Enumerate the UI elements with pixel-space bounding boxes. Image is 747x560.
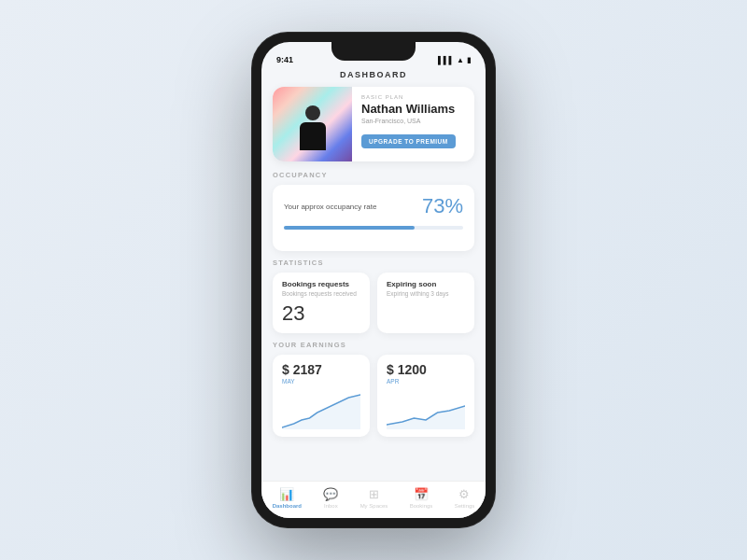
earnings-amount-2: $ 1200 <box>387 362 465 377</box>
occupancy-row: Your approx occupancy rate 73% <box>284 194 463 218</box>
status-time: 9:41 <box>276 55 293 64</box>
expiring-label-sub: Expiring withing 3 days <box>387 290 465 298</box>
my-spaces-icon: ⊞ <box>369 487 379 501</box>
nav-item-bookings[interactable]: 📅 Bookings <box>410 487 433 509</box>
profile-person-silhouette <box>295 105 331 161</box>
earnings-period-2: APR <box>387 378 465 385</box>
occupancy-section: OCCUPANCY Your approx occupancy rate 73% <box>273 171 474 251</box>
bookings-stat-card: Bookings requests Bookings requests rece… <box>273 273 370 333</box>
earnings-section: YOUR EARNINGS $ 2187 MAY $ 1200 <box>273 341 474 437</box>
nav-label-inbox: Inbox <box>324 503 338 509</box>
earnings-chart-2 <box>387 392 465 429</box>
statistics-section-title: STATISTICS <box>273 259 474 267</box>
earnings-row: $ 2187 MAY $ 1200 APR <box>273 355 474 437</box>
dashboard-title: DASHBOARD <box>340 70 407 79</box>
nav-label-my-spaces: My Spaces <box>360 503 388 509</box>
earnings-section-title: YOUR EARNINGS <box>273 341 474 349</box>
nav-item-my-spaces[interactable]: ⊞ My Spaces <box>360 487 388 509</box>
progress-bar-fill <box>284 226 415 230</box>
bookings-label-main: Bookings requests <box>282 280 360 288</box>
screen-content: DASHBOARD BASIC PLAN Nathan Williams San… <box>261 66 486 481</box>
nav-label-bookings: Bookings <box>410 503 433 509</box>
plan-badge: BASIC PLAN <box>361 94 465 100</box>
inbox-icon: 💬 <box>323 487 338 501</box>
dashboard-icon: 📊 <box>279 487 294 501</box>
profile-location: San-Francisco, USA <box>361 118 465 124</box>
nav-item-settings[interactable]: ⚙ Settings <box>455 487 475 509</box>
bookings-value: 23 <box>282 301 360 326</box>
occupancy-percentage: 73% <box>422 194 463 218</box>
profile-image <box>273 87 352 161</box>
battery-icon: ▮ <box>467 56 471 64</box>
profile-image-bg <box>273 87 352 161</box>
phone-notch <box>331 42 416 61</box>
status-icons: ▌▌▌ ▲ ▮ <box>438 56 471 64</box>
profile-name: Nathan Williams <box>361 102 465 117</box>
bookings-icon: 📅 <box>414 487 429 501</box>
occupancy-section-title: OCCUPANCY <box>273 171 474 179</box>
earnings-card-2: $ 1200 APR <box>377 355 474 437</box>
stats-row: Bookings requests Bookings requests rece… <box>273 273 474 333</box>
upgrade-button[interactable]: UPGRADE TO PREMIUM <box>361 134 456 148</box>
statistics-section: STATISTICS Bookings requests Bookings re… <box>273 259 474 333</box>
earnings-chart-1 <box>282 392 360 429</box>
signal-icon: ▌▌▌ <box>438 56 454 64</box>
occupancy-label: Your approx occupancy rate <box>284 203 376 211</box>
person-body <box>300 122 326 150</box>
earnings-chart-svg-1 <box>282 392 360 429</box>
occupancy-card: Your approx occupancy rate 73% <box>273 185 474 251</box>
dashboard-header: DASHBOARD <box>261 66 486 87</box>
expiring-stat-card: Expiring soon Expiring withing 3 days <box>377 273 474 333</box>
earnings-amount-1: $ 2187 <box>282 362 360 377</box>
phone-screen: 9:41 ▌▌▌ ▲ ▮ DASHBOARD <box>261 42 486 518</box>
phone-shell: 9:41 ▌▌▌ ▲ ▮ DASHBOARD <box>252 33 495 527</box>
progress-bar <box>284 226 463 230</box>
nav-label-dashboard: Dashboard <box>273 503 302 509</box>
nav-label-settings: Settings <box>455 503 475 509</box>
nav-item-inbox[interactable]: 💬 Inbox <box>323 487 338 509</box>
profile-info: BASIC PLAN Nathan Williams San-Francisco… <box>352 87 474 161</box>
earnings-card-1: $ 2187 MAY <box>273 355 370 437</box>
nav-item-dashboard[interactable]: 📊 Dashboard <box>273 487 302 509</box>
wifi-icon: ▲ <box>457 56 464 64</box>
bottom-nav: 📊 Dashboard 💬 Inbox ⊞ My Spaces 📅 Bookin… <box>261 481 486 518</box>
expiring-label-main: Expiring soon <box>387 280 465 288</box>
profile-card: BASIC PLAN Nathan Williams San-Francisco… <box>273 87 474 161</box>
bookings-label-sub: Bookings requests received <box>282 290 360 298</box>
earnings-period-1: MAY <box>282 378 360 385</box>
person-head <box>305 105 320 120</box>
settings-icon: ⚙ <box>458 487 470 501</box>
earnings-chart-svg-2 <box>387 392 465 429</box>
